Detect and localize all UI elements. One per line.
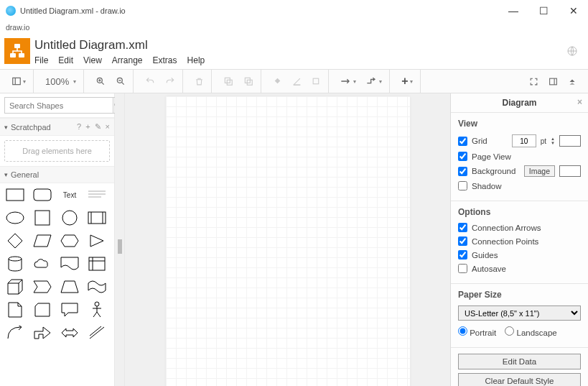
- insert-button[interactable]: +▾: [398, 73, 415, 89]
- shape-rectangle[interactable]: [6, 188, 24, 202]
- conn-arrows-checkbox[interactable]: [458, 223, 467, 232]
- zoom-level[interactable]: 100%▾: [42, 75, 79, 88]
- svg-rect-4: [13, 78, 21, 84]
- menu-extras[interactable]: Extras: [153, 55, 177, 65]
- grid-color-swatch[interactable]: [559, 135, 581, 147]
- shape-circle[interactable]: [60, 211, 79, 225]
- guides-checkbox[interactable]: [458, 250, 467, 259]
- shape-hexagon[interactable]: [60, 234, 79, 248]
- grid-checkbox[interactable]: [458, 137, 467, 146]
- delete-button[interactable]: [192, 75, 207, 88]
- menu-arrange[interactable]: Arrange: [112, 55, 143, 65]
- format-panel-button[interactable]: [546, 75, 561, 88]
- svg-point-17: [6, 212, 24, 224]
- scratchpad-close-icon[interactable]: ×: [106, 122, 110, 132]
- menu-help[interactable]: Help: [187, 55, 205, 65]
- collapse-expand-button[interactable]: [565, 75, 579, 87]
- format-panel-close[interactable]: ×: [577, 97, 582, 107]
- menu-file[interactable]: File: [34, 55, 48, 65]
- format-panel: Diagram× View Grid pt ▲▼ Page View Backg…: [450, 93, 588, 386]
- grid-size-input[interactable]: [512, 134, 536, 147]
- canvas[interactable]: [125, 93, 450, 386]
- shape-cloud[interactable]: [33, 257, 52, 271]
- shadow-button[interactable]: [309, 75, 324, 88]
- shape-callout[interactable]: [60, 303, 79, 317]
- to-back-button[interactable]: [241, 75, 256, 88]
- scratchpad-edit-icon[interactable]: ✎: [95, 122, 101, 132]
- svg-rect-11: [294, 84, 301, 86]
- close-button[interactable]: ✕: [565, 5, 582, 17]
- connection-button[interactable]: ▾: [337, 75, 359, 87]
- fullscreen-button[interactable]: [526, 75, 541, 88]
- landscape-radio[interactable]: [505, 326, 514, 336]
- search-input[interactable]: [4, 97, 113, 114]
- menubar: File Edit View Arrange Extras Help: [34, 54, 205, 65]
- shape-document[interactable]: [60, 257, 79, 271]
- menu-edit[interactable]: Edit: [58, 55, 73, 65]
- shape-curve-arrow[interactable]: [6, 326, 24, 340]
- svg-rect-10: [246, 78, 251, 83]
- shape-tape[interactable]: [88, 280, 106, 294]
- papersize-select[interactable]: US-Letter (8,5" x 11"): [458, 305, 581, 321]
- shape-line[interactable]: [88, 326, 106, 340]
- shape-ellipse[interactable]: [6, 211, 24, 225]
- menu-view[interactable]: View: [83, 55, 102, 65]
- shape-note[interactable]: [6, 303, 24, 317]
- scratchpad-dropzone[interactable]: Drag elements here: [4, 140, 110, 162]
- redo-button[interactable]: [162, 75, 178, 88]
- undo-button[interactable]: [142, 75, 158, 88]
- shape-cube[interactable]: [6, 280, 24, 294]
- scratchpad-help-icon[interactable]: ?: [77, 122, 81, 132]
- to-front-button[interactable]: [220, 75, 236, 88]
- fill-color-button[interactable]: [270, 75, 285, 88]
- shape-step[interactable]: [33, 280, 52, 294]
- shape-diamond[interactable]: [6, 234, 24, 248]
- autosave-checkbox[interactable]: [458, 264, 467, 273]
- shape-internal-storage[interactable]: [88, 257, 106, 271]
- maximize-button[interactable]: ☐: [535, 5, 552, 17]
- minimize-button[interactable]: —: [505, 5, 522, 17]
- shape-card[interactable]: [33, 303, 52, 317]
- svg-point-23: [95, 302, 99, 306]
- clear-style-button[interactable]: Clear Default Style: [458, 373, 581, 386]
- shape-actor[interactable]: [88, 303, 106, 317]
- shape-block-arrow[interactable]: [33, 326, 52, 340]
- shape-text[interactable]: Text: [60, 188, 79, 202]
- background-color-swatch[interactable]: [559, 165, 581, 177]
- scratchpad-add-icon[interactable]: +: [85, 122, 90, 132]
- left-splitter[interactable]: [115, 93, 125, 386]
- document-title[interactable]: Untitled Diagram.xml: [34, 37, 205, 54]
- shape-square[interactable]: [33, 211, 52, 225]
- canvas-page[interactable]: [166, 96, 410, 386]
- toolbar: ▾ 100%▾ ▾ ▾ +▾: [0, 69, 588, 93]
- shape-cylinder[interactable]: [6, 257, 24, 271]
- shadow-checkbox[interactable]: [458, 181, 467, 190]
- shape-trapezoid[interactable]: [60, 280, 79, 294]
- background-image-button[interactable]: Image: [524, 165, 555, 177]
- zoom-out-button[interactable]: [113, 75, 129, 88]
- shape-parallelogram[interactable]: [33, 234, 52, 248]
- line-color-button[interactable]: [289, 75, 304, 88]
- general-header[interactable]: ▾General: [0, 166, 114, 183]
- shape-textbox[interactable]: [88, 188, 106, 202]
- shape-rounded-rectangle[interactable]: [33, 188, 52, 202]
- portrait-radio[interactable]: [458, 326, 467, 336]
- background-checkbox[interactable]: [458, 167, 467, 176]
- app-menu-label[interactable]: draw.io: [0, 22, 588, 33]
- globe-icon[interactable]: [566, 45, 578, 57]
- svg-rect-15: [6, 189, 24, 201]
- edit-data-button[interactable]: Edit Data: [458, 354, 581, 369]
- grid-stepper[interactable]: ▲▼: [551, 137, 555, 145]
- shape-double-arrow[interactable]: [60, 326, 79, 340]
- window-titlebar: Untitled Diagram.xml - draw.io — ☐ ✕: [0, 0, 588, 22]
- pageview-checkbox[interactable]: [458, 152, 467, 161]
- shape-process[interactable]: [88, 211, 106, 225]
- sidebar-toggle-button[interactable]: ▾: [9, 75, 29, 88]
- app-logo: [4, 38, 30, 64]
- svg-point-21: [9, 257, 22, 261]
- conn-points-checkbox[interactable]: [458, 236, 467, 246]
- waypoints-button[interactable]: ▾: [363, 75, 385, 87]
- shape-triangle[interactable]: [88, 234, 106, 248]
- zoom-in-button[interactable]: [93, 75, 108, 88]
- scratchpad-header[interactable]: ▾Scratchpad ?+✎×: [0, 118, 114, 136]
